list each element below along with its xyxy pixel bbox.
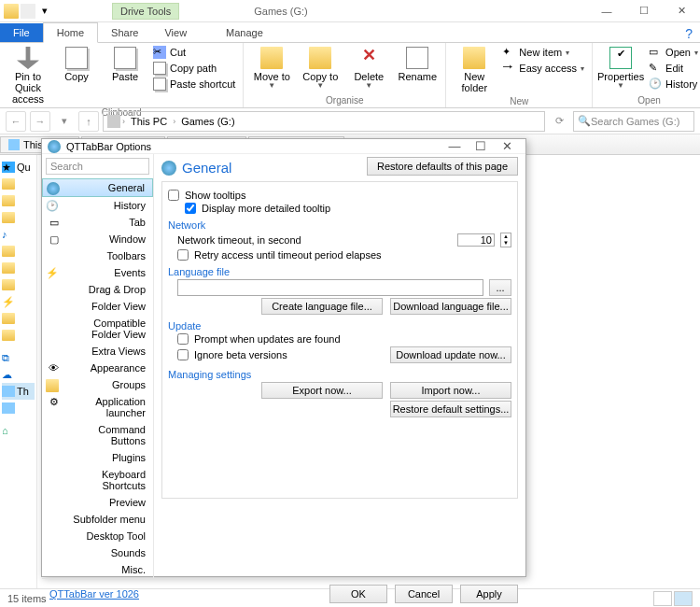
tab-share[interactable]: Share xyxy=(98,23,151,42)
new-item-button[interactable]: ✦New item▾ xyxy=(500,45,586,60)
tab-file[interactable]: File xyxy=(0,23,43,42)
nav-shortcuts[interactable]: Keyboard Shortcuts xyxy=(42,466,153,494)
ok-button[interactable]: OK xyxy=(329,585,387,603)
apply-button[interactable]: Apply xyxy=(460,585,518,603)
nav-groups[interactable]: Groups xyxy=(42,376,153,393)
lang-file-input[interactable] xyxy=(177,279,483,296)
tree-this-pc[interactable]: Th xyxy=(2,383,35,400)
minimize-button[interactable]: — xyxy=(588,0,625,22)
ribbon-tabs: File Home Share View Manage xyxy=(0,22,700,43)
edit-button[interactable]: ✎Edit xyxy=(647,61,700,76)
dialog-content: General Restore defaults of this page Sh… xyxy=(154,154,525,578)
restore-defaults-button[interactable]: Restore defaults of this page xyxy=(367,157,518,176)
rename-button[interactable]: Rename xyxy=(395,45,440,92)
nav-compat[interactable]: Compatible Folder View xyxy=(42,315,153,343)
group-new: New folder ✦New item▾ ⭢Easy access▾ New xyxy=(446,43,593,107)
nav-plugins[interactable]: Plugins xyxy=(42,449,153,466)
dialog-titlebar: QTTabBar Options — ☐ ✕ xyxy=(42,139,525,154)
restore-settings-button[interactable]: Restore default settings... xyxy=(390,401,511,417)
import-button[interactable]: Import now... xyxy=(390,382,511,399)
ribbon: Pin to Quick access Copy Paste ✂Cut Copy… xyxy=(0,43,700,108)
view-icons-button[interactable] xyxy=(674,591,693,606)
cut-button[interactable]: ✂Cut xyxy=(151,45,237,60)
retry-checkbox[interactable] xyxy=(177,249,189,261)
qat-save-icon[interactable] xyxy=(21,4,35,19)
window-titlebar: ▾ Drive Tools Games (G:) — ☐ ✕ xyxy=(0,0,700,22)
view-details-button[interactable] xyxy=(653,591,672,606)
nav-events[interactable]: ⚡Events xyxy=(42,264,153,281)
dialog-minimize-button[interactable]: — xyxy=(441,139,468,153)
nav-misc[interactable]: Misc. xyxy=(42,561,153,578)
nav-appearance[interactable]: 👁Appearance xyxy=(42,360,153,376)
copy-button[interactable]: Copy xyxy=(54,45,99,106)
nav-sounds[interactable]: Sounds xyxy=(42,544,153,561)
dialog-icon xyxy=(48,140,61,153)
nav-toolbars[interactable]: Toolbars xyxy=(42,247,153,264)
new-folder-button[interactable]: New folder xyxy=(452,45,497,95)
download-update-button[interactable]: Download update now... xyxy=(390,346,511,363)
nav-tab[interactable]: ▭Tab xyxy=(42,214,153,231)
open-button[interactable]: ▭Open▾ xyxy=(647,45,700,60)
search-input[interactable]: 🔍 Search Games (G:) xyxy=(573,111,694,132)
item-count: 15 items xyxy=(7,593,47,604)
browse-button[interactable]: ... xyxy=(489,279,511,296)
nav-window[interactable]: ▢Window xyxy=(42,231,153,247)
prompt-updates-checkbox[interactable] xyxy=(177,333,189,345)
group-clipboard: Pin to Quick access Copy Paste ✂Cut Copy… xyxy=(0,43,244,107)
delete-button[interactable]: ✕Delete▼ xyxy=(346,45,391,92)
address-bar: ← → ▾ ↑ › This PC › Games (G:) ⟳ 🔍 Searc… xyxy=(0,108,700,134)
nav-tree[interactable]: ★Qu ♪ ⚡ ⧉ ☁ Th ⌂ xyxy=(0,155,37,588)
dialog-search-input[interactable]: Search xyxy=(46,158,149,175)
create-lang-button[interactable]: Create language file... xyxy=(261,298,383,315)
paste-shortcut-button[interactable]: Paste shortcut xyxy=(151,77,237,92)
close-button[interactable]: ✕ xyxy=(663,0,700,22)
nav-general[interactable]: General xyxy=(42,178,153,197)
nav-launcher[interactable]: ⚙Application launcher xyxy=(42,393,153,421)
back-button[interactable]: ← xyxy=(6,111,26,132)
nav-desktop[interactable]: Desktop Tool xyxy=(42,528,153,544)
detailed-tooltip-checkbox[interactable] xyxy=(185,203,196,214)
forward-button[interactable]: → xyxy=(30,111,50,132)
dialog-close-button[interactable]: ✕ xyxy=(494,139,520,153)
cancel-button[interactable]: Cancel xyxy=(395,585,453,603)
easy-access-button[interactable]: ⭢Easy access▾ xyxy=(500,61,586,76)
group-organise: Move to▼ Copy to▼ ✕Delete▼ Rename Organi… xyxy=(244,43,446,107)
ignore-beta-checkbox[interactable] xyxy=(177,349,189,360)
copy-path-button[interactable]: Copy path xyxy=(151,61,237,76)
help-icon[interactable]: ? xyxy=(685,26,693,41)
dialog-footer: QTTabBar ver 1026 OK Cancel Apply xyxy=(42,578,525,607)
qat-dropdown-icon[interactable]: ▾ xyxy=(37,4,52,19)
nav-extra[interactable]: Extra Views xyxy=(42,343,153,360)
dialog-maximize-button[interactable]: ☐ xyxy=(468,139,494,153)
paste-button[interactable]: Paste xyxy=(103,45,147,106)
pin-button[interactable]: Pin to Quick access xyxy=(6,45,50,106)
tab-view[interactable]: View xyxy=(151,23,200,42)
timeout-spinner[interactable]: ▲▼ xyxy=(500,233,511,247)
nav-cmdbtn[interactable]: Command Buttons xyxy=(42,421,153,449)
version-link[interactable]: QTTabBar ver 1026 xyxy=(49,588,139,600)
properties-button[interactable]: ✔Properties▼ xyxy=(598,45,643,92)
history-button[interactable]: 🕑History xyxy=(647,77,700,92)
nav-dragdrop[interactable]: Drag & Drop xyxy=(42,281,153,298)
copy-to-button[interactable]: Copy to▼ xyxy=(298,45,343,92)
nav-folderview[interactable]: Folder View xyxy=(42,298,153,315)
nav-preview[interactable]: Preview xyxy=(42,494,153,511)
maximize-button[interactable]: ☐ xyxy=(625,0,663,22)
group-open: ✔Properties▼ ▭Open▾ ✎Edit 🕑History Open xyxy=(593,43,700,107)
refresh-button[interactable]: ⟳ xyxy=(549,111,569,132)
options-dialog: QTTabBar Options — ☐ ✕ Search General 🕑H… xyxy=(41,138,526,577)
up-button[interactable]: ↑ xyxy=(78,111,99,132)
breadcrumb[interactable]: › This PC › Games (G:) xyxy=(103,111,545,132)
tab-home[interactable]: Home xyxy=(43,22,98,43)
move-to-button[interactable]: Move to▼ xyxy=(249,45,294,92)
timeout-input[interactable] xyxy=(457,233,495,247)
history-dropdown[interactable]: ▾ xyxy=(54,111,75,132)
show-tooltips-checkbox[interactable] xyxy=(168,190,179,201)
nav-history[interactable]: 🕑History xyxy=(42,197,153,214)
tab-manage[interactable]: Manage xyxy=(213,23,276,42)
app-icon xyxy=(4,4,19,19)
export-button[interactable]: Export now... xyxy=(261,382,383,399)
contextual-tab-label: Drive Tools xyxy=(112,3,179,20)
download-lang-button[interactable]: Download language file... xyxy=(390,298,511,315)
nav-subfolder[interactable]: Subfolder menu xyxy=(42,511,153,528)
